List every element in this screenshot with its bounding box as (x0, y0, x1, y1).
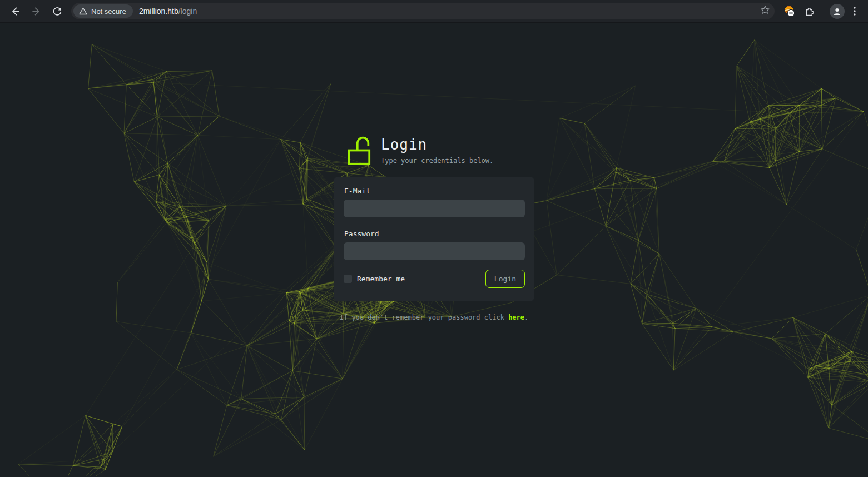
toolbar-divider (824, 6, 824, 17)
remember-me-checkbox[interactable] (344, 275, 352, 283)
browser-extension-icon[interactable] (781, 2, 798, 21)
person-icon (832, 7, 842, 16)
browser-toolbar: Not secure 2million.htb/login (0, 0, 868, 23)
bookmark-button[interactable] (760, 5, 770, 17)
forward-button[interactable] (27, 2, 46, 21)
login-page: Login Type your credentials below. E-Mai… (0, 23, 868, 476)
url-text: 2million.htb/login (139, 7, 760, 16)
email-label: E-Mail (344, 187, 525, 195)
extensions-button[interactable] (800, 2, 818, 21)
login-card: E-Mail Password Remember me Login (334, 177, 534, 301)
reload-button[interactable] (48, 2, 67, 21)
address-bar[interactable]: Not secure 2million.htb/login (71, 3, 775, 19)
unlocked-padlock-icon (348, 135, 371, 166)
login-button[interactable]: Login (485, 270, 525, 288)
url-host: 2million.htb (139, 7, 178, 16)
url-path: /login (178, 7, 197, 16)
remember-me-control[interactable]: Remember me (344, 275, 405, 283)
forward-arrow-icon (31, 6, 42, 17)
forgot-password-text: If you don't remember your password clic… (340, 314, 508, 321)
page-title: Login (381, 136, 493, 153)
back-arrow-icon (10, 6, 21, 17)
kebab-menu-icon (850, 6, 859, 16)
page-subtitle: Type your credentials below. (381, 157, 493, 165)
password-field[interactable] (344, 242, 525, 260)
forgot-password-link[interactable]: here (508, 314, 524, 321)
not-secure-label: Not secure (91, 7, 126, 16)
forgot-password-note: If you don't remember your password clic… (334, 314, 534, 321)
reload-icon (52, 6, 62, 16)
password-label: Password (344, 230, 525, 238)
proxy-extension-icon (783, 4, 796, 18)
extensions-puzzle-icon (804, 6, 815, 17)
login-header: Login Type your credentials below. (348, 135, 534, 166)
profile-avatar[interactable] (830, 4, 845, 19)
forgot-password-period: . (524, 314, 528, 321)
remember-me-label: Remember me (357, 275, 405, 283)
not-secure-chip[interactable]: Not secure (73, 4, 133, 18)
back-button[interactable] (6, 2, 24, 21)
bookmark-star-icon (760, 5, 770, 15)
email-field[interactable] (344, 200, 525, 217)
menu-button[interactable] (847, 2, 862, 21)
warning-triangle-icon (79, 7, 87, 15)
